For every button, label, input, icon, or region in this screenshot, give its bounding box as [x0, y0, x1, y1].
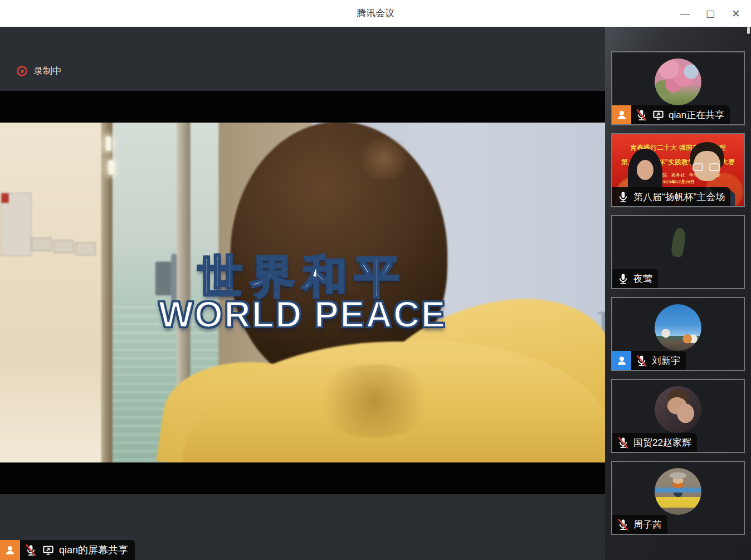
- window-title: 腾讯会议: [0, 0, 751, 27]
- participant-label: 夜莺: [612, 269, 658, 288]
- avatar: [655, 59, 701, 105]
- participant-tile[interactable]: 青春践行二十大 强国有我新征程 第八届“扬帆杯”实践教学优秀成果大赛 马克思主义…: [611, 133, 745, 207]
- participant-tile[interactable]: qian正在共享: [611, 51, 745, 125]
- recording-label: 录制中: [33, 65, 62, 77]
- role-badge-person-icon: [612, 105, 631, 124]
- scrollbar-thumb[interactable]: [747, 27, 750, 34]
- tencent-meeting-window: 腾讯会议 — □ ✕ 录制中: [0, 0, 751, 560]
- role-badge-person-icon: [0, 540, 20, 560]
- participant-name: 刘新宇: [652, 354, 680, 367]
- microphone-icon: [617, 272, 630, 285]
- title-bar: 腾讯会议 — □ ✕: [0, 0, 751, 27]
- maximize-button[interactable]: □: [698, 0, 723, 27]
- stage-share-name: qian的屏幕共享: [59, 543, 128, 557]
- participant-label: qian正在共享: [612, 105, 730, 124]
- participant-name: 夜莺: [633, 272, 652, 285]
- shared-video-content: ECH 世界和平 WORLD PEACE: [0, 123, 605, 462]
- screen-share-stage: 录制中: [0, 27, 605, 560]
- stage-share-label: qian的屏幕共享: [0, 540, 135, 560]
- participant-tile[interactable]: 周子茜: [611, 461, 745, 535]
- participant-tile[interactable]: 国贸22赵家辉: [611, 379, 745, 453]
- caption-english: WORLD PEACE: [0, 293, 605, 335]
- recording-indicator: 录制中: [17, 65, 62, 77]
- microphone-icon: [635, 109, 648, 121]
- participant-tile[interactable]: 刘新宇: [611, 297, 745, 371]
- participant-tile[interactable]: 夜莺: [611, 215, 745, 289]
- participant-label: 国贸22赵家辉: [612, 433, 697, 452]
- participant-name: 第八届“扬帆杯”主会场: [633, 191, 725, 203]
- role-badge-person-icon: [612, 351, 631, 370]
- recording-dot-icon: [17, 66, 27, 76]
- microphone-icon: [635, 354, 648, 367]
- screen-share-icon: [42, 544, 55, 557]
- screen-share-icon: [652, 109, 665, 121]
- participant-name: 周子茜: [633, 518, 662, 531]
- participant-name: qian正在共享: [669, 109, 724, 121]
- minimize-button[interactable]: —: [672, 0, 698, 27]
- avatar: [655, 468, 701, 515]
- avatar: [655, 386, 701, 433]
- close-button[interactable]: ✕: [723, 0, 749, 27]
- participant-label: 第八届“扬帆杯”主会场: [612, 187, 730, 206]
- window-controls: — □ ✕: [672, 0, 749, 27]
- participant-name: 国贸22赵家辉: [633, 436, 691, 449]
- participant-label: 周子茜: [612, 515, 667, 534]
- microphone-icon: [617, 518, 630, 531]
- shared-video-frame: ECH 世界和平 WORLD PEACE: [0, 91, 605, 494]
- microphone-icon: [25, 544, 37, 557]
- participant-sidebar: qian正在共享 青春践行二十大 强国有我新征程 第八届“扬帆杯”实践教学优秀成…: [605, 27, 751, 560]
- microphone-icon: [617, 436, 630, 449]
- participant-label: 刘新宇: [612, 351, 686, 370]
- avatar: [655, 304, 701, 351]
- participant-list: qian正在共享 青春践行二十大 强国有我新征程 第八届“扬帆杯”实践教学优秀成…: [611, 51, 745, 535]
- video-caption-overlay: 世界和平 WORLD PEACE: [0, 123, 605, 462]
- microphone-icon: [617, 191, 630, 203]
- avatar: [655, 222, 701, 269]
